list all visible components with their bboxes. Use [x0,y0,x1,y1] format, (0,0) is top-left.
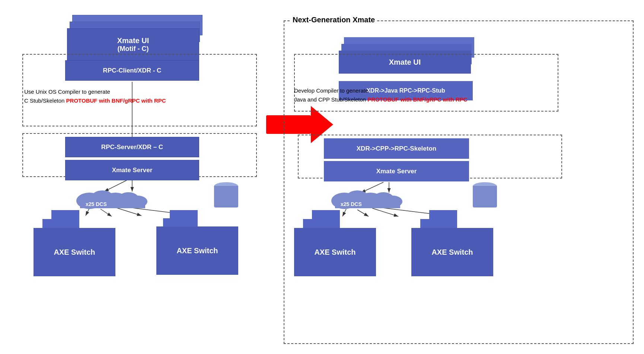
rpc-client-label: RPC-Client/XDR - C [103,67,162,74]
rpc-server-label: RPC-Server/XDR – C [101,144,163,151]
ui-sublabel-left: (Motif - C) [118,45,149,53]
axe-switch-label-right2: AXE Switch [431,248,473,257]
left-annotation-line2-text: C Stub/Skeleton [24,97,66,104]
xmate-server-label-right: Xmate Server [376,168,417,175]
left-annotation-line2: C Stub/Skeleton PROTOBUF with BNF/gRPC w… [24,96,166,105]
right-annotation-line2-text: Java and CPP Stub/Skeleton [294,96,367,103]
rpc-client-box-left: RPC-Client/XDR - C [65,60,199,81]
svg-text:x25   DCS: x25 DCS [86,201,107,207]
svg-line-8 [101,209,112,216]
left-annotation-red: PROTOBUF with BNF/gRPC with RPC [66,97,166,104]
left-annotation-line1: Use Unix OS Compiler to generate [24,87,166,96]
right-annotation-red: PROTOBUF with BNF/gRPC with RPC [367,96,467,103]
axe-switch-box-right1: AXE Switch [294,228,376,276]
ui-label-left: Xmate UI [117,36,149,45]
xdr-cpp-box: XDR->CPP->RPC-Skeleton [324,138,469,159]
right-annotation: Develop Compiler to generate Java and CP… [294,86,467,104]
axe-switch-label-right1: AXE Switch [314,248,356,257]
right-annotation-line1: Develop Compiler to generate [294,86,467,95]
right-annotation-line2: Java and CPP Stub/Skeleton PROTOBUF with… [294,95,467,104]
axe-switch-box-left1: AXE Switch [34,228,115,276]
cloud-right: x25 DCS [326,186,404,210]
xmate-server-left: Xmate Server [65,160,199,180]
next-gen-label: Next-Generation Xmate [290,16,377,24]
axe-switch-box-right2: AXE Switch [411,228,493,276]
cloud-left: x25 DCS [71,186,149,210]
axe-switch-label-left1: AXE Switch [54,248,95,257]
xmate-server-label-left: Xmate Server [112,167,153,174]
xmate-server-right: Xmate Server [324,161,469,181]
axe-switch-label-left2: AXE Switch [176,247,218,255]
rpc-server-box-left: RPC-Server/XDR – C [65,137,199,157]
xdr-cpp-label: XDR->CPP->RPC-Skeleton [357,145,436,152]
axe-switch-box-left2: AXE Switch [156,226,238,275]
svg-text:x25   DCS: x25 DCS [341,201,362,207]
left-annotation: Use Unix OS Compiler to generate C Stub/… [24,87,166,105]
diagram-container: Xmate UI (Motif - C) RPC-Client/XDR - C … [0,0,644,354]
